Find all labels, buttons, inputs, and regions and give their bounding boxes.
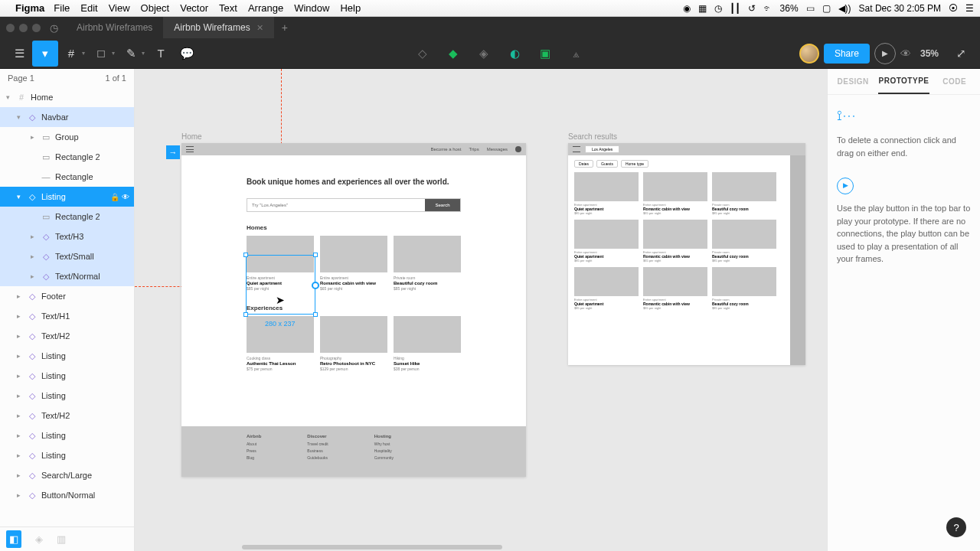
layer-item[interactable]: ▾◇Listing🔒 👁 (0, 187, 134, 207)
selection-handle-nw[interactable] (243, 253, 248, 257)
view-options-icon[interactable]: 👁 (900, 47, 911, 60)
assets-tab-icon[interactable]: ▥ (57, 533, 66, 545)
layer-item[interactable]: ▸◇Search/Large (0, 465, 134, 485)
prototype-tip-2: Use the play button in the top bar to pl… (837, 202, 971, 266)
datetime[interactable]: Sat Dec 30 2:05 PM (859, 3, 941, 14)
layer-tree[interactable]: ▾#Home▾◇Navbar▸▭Group▭Rectangle 2—Rectan… (0, 87, 134, 527)
record-icon[interactable]: ◉ (683, 3, 691, 14)
battery-percent: 36% (780, 3, 799, 14)
layer-item[interactable]: ▸◇Footer (0, 286, 134, 306)
layer-item[interactable]: ▸◇Text/H2 (0, 326, 134, 346)
menu-help[interactable]: Help (340, 2, 361, 14)
layer-item[interactable]: ▸◇Text/Normal (0, 266, 134, 286)
menu-text[interactable]: Text (219, 2, 237, 14)
page-header[interactable]: Page 1 1 of 1 (0, 69, 134, 87)
menu-window[interactable]: Window (294, 2, 329, 14)
layer-item[interactable]: ▾◇Navbar (0, 107, 134, 127)
selection-handle-ne[interactable] (313, 253, 318, 257)
menu-view[interactable]: View (109, 2, 130, 14)
tab-code[interactable]: CODE (929, 69, 980, 94)
canvas-scrollbar[interactable] (242, 545, 502, 549)
shape-tool[interactable]: □ (88, 41, 114, 67)
map-placeholder (790, 155, 805, 365)
crop-tool[interactable]: ⟁ (563, 41, 589, 67)
layer-item[interactable]: ▸◇Listing (0, 386, 134, 406)
layer-item[interactable]: ▭Rectangle 2 (0, 147, 134, 167)
help-button[interactable]: ? (946, 517, 966, 537)
boolean-tool[interactable]: ◐ (501, 41, 528, 67)
components-tab-icon[interactable]: ◈ (35, 533, 43, 545)
app-name[interactable]: Figma (15, 2, 44, 14)
move-tool[interactable]: ▾ (32, 41, 58, 67)
mask-tool[interactable]: ◆ (440, 41, 466, 67)
tab-design[interactable]: DESIGN (828, 69, 878, 94)
document-tabbar: ◷ Airbnb Wireframes Airbnb Wireframes✕ + (0, 17, 980, 38)
text-tool[interactable]: T (148, 41, 174, 67)
layer-item[interactable]: ▸◇Listing (0, 366, 134, 386)
nav-messages: Messages (487, 147, 508, 152)
union-tool[interactable]: ◈ (471, 41, 497, 67)
zoom-fit-icon[interactable]: ⤢ (948, 41, 974, 67)
avatar[interactable] (799, 44, 819, 64)
frame-label-home[interactable]: Home (181, 132, 202, 141)
share-button[interactable]: Share (824, 44, 870, 64)
clock-icon[interactable]: ◷ (714, 3, 722, 14)
layer-item[interactable]: ▾#Home (0, 87, 134, 107)
volume-icon[interactable]: ◀)) (838, 3, 851, 14)
new-tab-button[interactable]: + (274, 21, 296, 34)
tab-inactive[interactable]: Airbnb Wireframes (66, 17, 163, 38)
history-icon[interactable]: ↺ (748, 3, 756, 14)
hamburger-menu[interactable]: ☰ (6, 41, 32, 67)
layer-item[interactable]: ▸◇Text/H1 (0, 306, 134, 326)
menu-icon[interactable]: ☰ (965, 3, 974, 14)
recent-icon[interactable]: ◷ (50, 22, 58, 34)
align-tool[interactable]: ▣ (532, 41, 558, 67)
connection-icon: ⟟⋯ (837, 106, 971, 126)
close-icon[interactable]: ✕ (256, 23, 263, 33)
layer-item[interactable]: ▸▭Group (0, 127, 134, 147)
listing-card: Private roomBeautiful cozy room$85 per n… (394, 236, 461, 291)
layer-item[interactable]: ▸◇Text/Small (0, 246, 134, 266)
layer-item[interactable]: —Rectangle (0, 167, 134, 187)
pen-tool[interactable]: ✎ (118, 41, 144, 67)
component-tool[interactable]: ◇ (410, 41, 436, 67)
layer-item[interactable]: ▸◇Listing (0, 346, 134, 366)
screen-icon[interactable]: ▦ (698, 3, 707, 14)
layer-item[interactable]: ▸◇Listing (0, 445, 134, 465)
wireframe-footer: AirbnbAboutPressBlogDiscoverTravel credi… (181, 426, 526, 477)
hamburger-icon (573, 146, 580, 152)
selection-handle-sw[interactable] (243, 312, 248, 317)
artboard-search[interactable]: Los Angeles DatesGuestsHome type Entire … (568, 143, 805, 365)
frame-label-search[interactable]: Search results (568, 132, 617, 141)
tab-active[interactable]: Airbnb Wireframes✕ (163, 17, 273, 38)
selection-handle-se[interactable] (313, 312, 318, 317)
layers-tab-icon[interactable]: ◧ (6, 530, 21, 548)
menu-edit[interactable]: Edit (80, 2, 97, 14)
layer-item[interactable]: ▭Rectangle 2 (0, 207, 134, 227)
layer-item[interactable]: ▸◇Listing (0, 425, 134, 445)
canvas[interactable]: Home → Become a host Trips Messages Book… (135, 69, 827, 551)
display-icon[interactable]: ▢ (822, 3, 831, 14)
selection-box[interactable] (246, 255, 315, 315)
prototype-start-icon[interactable]: → (166, 145, 180, 159)
menu-vector[interactable]: Vector (180, 2, 208, 14)
layer-item[interactable]: ▸◇Button/Normal (0, 485, 134, 505)
artboard-home[interactable]: Become a host Trips Messages Book unique… (181, 143, 526, 477)
wifi-icon[interactable]: ᯤ (763, 3, 773, 14)
layer-item[interactable]: ▸◇Text/H2 (0, 406, 134, 425)
present-button[interactable]: ▶ (874, 43, 896, 64)
macos-menubar: Figma File Edit View Object Vector Text … (0, 0, 980, 17)
zoom-level[interactable]: 35% (920, 48, 939, 59)
tab-prototype[interactable]: PROTOTYPE (878, 69, 929, 94)
window-controls[interactable] (6, 24, 41, 32)
prototype-node[interactable] (312, 282, 319, 289)
frame-tool[interactable]: # (58, 41, 84, 67)
bars-icon[interactable]: ┃┃ (730, 3, 740, 14)
comment-tool[interactable]: 💬 (174, 41, 200, 67)
menu-file[interactable]: File (54, 2, 70, 14)
panel-footer: ◧ ◈ ▥ (0, 527, 134, 551)
spotlight-icon[interactable]: ⦿ (949, 3, 958, 14)
menu-object[interactable]: Object (141, 2, 170, 14)
layer-item[interactable]: ▸◇Text/H3 (0, 227, 134, 246)
menu-arrange[interactable]: Arrange (248, 2, 283, 14)
